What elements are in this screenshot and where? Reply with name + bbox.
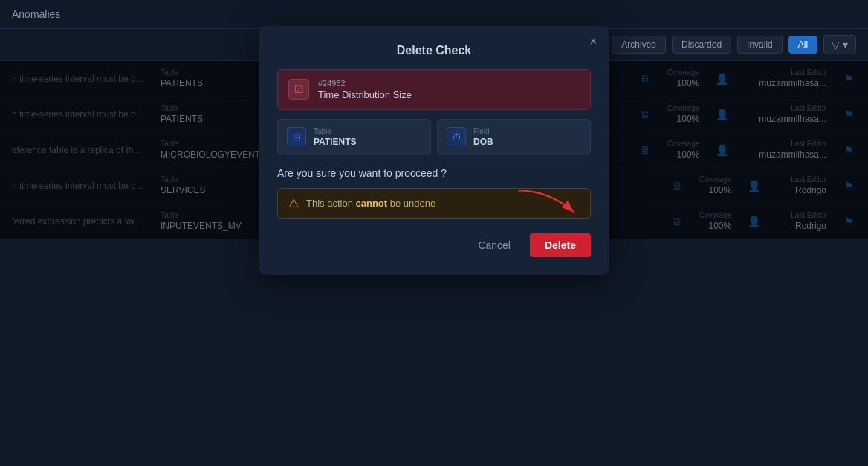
field-label: Field xyxy=(473,127,493,135)
app-title: Anomalies xyxy=(12,8,60,20)
delete-button[interactable]: Delete xyxy=(530,233,591,257)
check-item-name: Time Distribution Size xyxy=(318,89,412,100)
filter-button[interactable]: ▽ ▾ xyxy=(823,35,856,54)
modal-title: Delete Check xyxy=(277,44,591,57)
header: Anomalies xyxy=(0,0,868,29)
check-item-details: #24982 Time Distribution Size xyxy=(318,79,412,100)
cancel-button[interactable]: Cancel xyxy=(466,233,522,257)
checkbox-icon: ☑ xyxy=(294,83,304,95)
tab-invalid[interactable]: Invalid xyxy=(737,36,783,54)
warning-banner: ⚠ This action cannot be undone xyxy=(277,188,591,219)
table-label: Table xyxy=(314,127,357,135)
info-card-field: ⏱ Field DOB xyxy=(437,119,591,155)
info-row: ⊞ Table PATIENTS ⏱ Field DOB xyxy=(277,119,591,155)
table-icon: ⊞ xyxy=(287,127,306,146)
filter-icon: ▽ ▾ xyxy=(832,39,848,51)
confirm-text: Are you sure you want to procceed ? xyxy=(277,167,591,179)
modal-close-button[interactable]: × xyxy=(590,35,597,48)
tab-all[interactable]: All xyxy=(788,36,817,54)
tab-discarded[interactable]: Discarded xyxy=(672,36,731,54)
check-item-id: #24982 xyxy=(318,79,412,88)
field-name: DOB xyxy=(473,137,493,147)
check-item: ☑ #24982 Time Distribution Size xyxy=(277,69,591,110)
table-area: h time-series interval must be b... Tabl… xyxy=(0,61,868,239)
delete-check-modal: × Delete Check ☑ #24982 Time Distributio… xyxy=(259,26,609,275)
warning-text: This action cannot be undone xyxy=(306,198,435,209)
grid-icon: ⊞ xyxy=(293,132,301,143)
info-card-table-details: Table PATIENTS xyxy=(314,127,357,147)
modal-actions: Cancel Delete xyxy=(277,233,591,257)
warning-icon: ⚠ xyxy=(288,196,299,210)
info-card-field-details: Field DOB xyxy=(473,127,493,147)
field-icon: ⏱ xyxy=(447,127,466,146)
table-name: PATIENTS xyxy=(314,137,357,147)
tab-archived[interactable]: Archived xyxy=(612,36,666,54)
clock-icon: ⏱ xyxy=(452,132,461,143)
modal-overlay: × Delete Check ☑ #24982 Time Distributio… xyxy=(0,61,868,239)
check-item-icon: ☑ xyxy=(288,79,309,100)
info-card-table: ⊞ Table PATIENTS xyxy=(277,119,431,155)
